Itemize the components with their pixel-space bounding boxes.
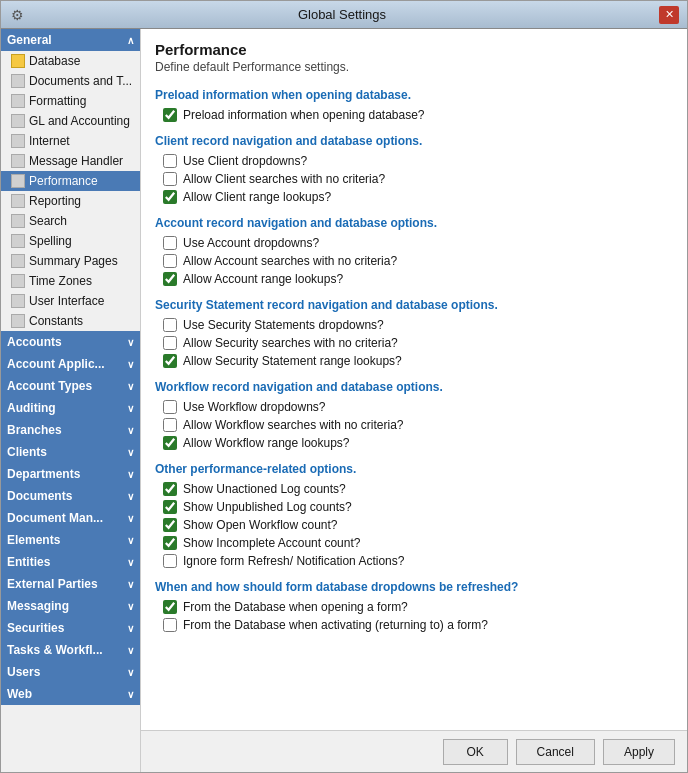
sidebar-group-account-applic-chevron: ∨ xyxy=(127,359,134,370)
sidebar-group-documents-label: Documents xyxy=(7,489,72,503)
sidebar-group-web-label: Web xyxy=(7,687,32,701)
sidebar-item-database-label: Database xyxy=(29,54,80,68)
checkbox-preload-db[interactable] xyxy=(163,108,177,122)
checkbox-preload-db-label: Preload information when opening databas… xyxy=(183,108,425,122)
reporting-icon xyxy=(11,194,25,208)
sidebar-item-timezones[interactable]: Time Zones xyxy=(1,271,140,291)
sidebar-group-external[interactable]: External Parties ∨ xyxy=(1,573,140,595)
sidebar-group-web[interactable]: Web ∨ xyxy=(1,683,140,705)
sidebar-item-formatting[interactable]: Formatting xyxy=(1,91,140,111)
sidebar-item-performance[interactable]: Performance xyxy=(1,171,140,191)
checkbox-row-ignore-refresh: Ignore form Refresh/ Notification Action… xyxy=(163,554,673,568)
checkbox-incomplete-account[interactable] xyxy=(163,536,177,550)
sidebar-group-document-man-chevron: ∨ xyxy=(127,513,134,524)
main-content: Performance Define default Performance s… xyxy=(141,29,687,730)
sidebar-group-branches-label: Branches xyxy=(7,423,62,437)
sidebar-item-message[interactable]: Message Handler xyxy=(1,151,140,171)
sidebar-item-reporting[interactable]: Reporting xyxy=(1,191,140,211)
checkbox-row-account-dropdowns: Use Account dropdowns? xyxy=(163,236,673,250)
sidebar-item-spelling-label: Spelling xyxy=(29,234,72,248)
app-icon: ⚙ xyxy=(9,7,25,23)
checkbox-security-no-criteria[interactable] xyxy=(163,336,177,350)
sidebar-group-accounts[interactable]: Accounts ∨ xyxy=(1,331,140,353)
checkbox-workflow-dropdowns[interactable] xyxy=(163,400,177,414)
checkbox-account-dropdowns[interactable] xyxy=(163,236,177,250)
sidebar-group-entities[interactable]: Entities ∨ xyxy=(1,551,140,573)
sidebar-group-securities[interactable]: Securities ∨ xyxy=(1,617,140,639)
gl-icon xyxy=(11,114,25,128)
sidebar-group-account-applic[interactable]: Account Applic... ∨ xyxy=(1,353,140,375)
checkbox-security-range[interactable] xyxy=(163,354,177,368)
sidebar-item-search[interactable]: Search xyxy=(1,211,140,231)
sidebar-group-messaging[interactable]: Messaging ∨ xyxy=(1,595,140,617)
checkbox-ignore-refresh-label: Ignore form Refresh/ Notification Action… xyxy=(183,554,404,568)
sidebar-group-messaging-chevron: ∨ xyxy=(127,601,134,612)
sidebar-item-constants-label: Constants xyxy=(29,314,83,328)
main-panel: Performance Define default Performance s… xyxy=(141,29,687,772)
checkbox-unactioned-log[interactable] xyxy=(163,482,177,496)
checkbox-account-no-criteria[interactable] xyxy=(163,254,177,268)
sidebar-group-account-types[interactable]: Account Types ∨ xyxy=(1,375,140,397)
checkbox-open-workflow[interactable] xyxy=(163,518,177,532)
checkbox-workflow-dropdowns-label: Use Workflow dropdowns? xyxy=(183,400,326,414)
sidebar-group-general[interactable]: General ∧ xyxy=(1,29,140,51)
database-icon xyxy=(11,54,25,68)
checkbox-unpublished-log[interactable] xyxy=(163,500,177,514)
sidebar-item-documents[interactable]: Documents and T... xyxy=(1,71,140,91)
sidebar-item-search-label: Search xyxy=(29,214,67,228)
sidebar-group-document-man-label: Document Man... xyxy=(7,511,103,525)
checkbox-security-dropdowns[interactable] xyxy=(163,318,177,332)
sidebar-item-summary[interactable]: Summary Pages xyxy=(1,251,140,271)
sidebar-item-ui[interactable]: User Interface xyxy=(1,291,140,311)
sidebar-item-timezones-label: Time Zones xyxy=(29,274,92,288)
checkbox-from-db-opening-label: From the Database when opening a form? xyxy=(183,600,408,614)
sidebar-group-clients[interactable]: Clients ∨ xyxy=(1,441,140,463)
apply-button[interactable]: Apply xyxy=(603,739,675,765)
ui-icon xyxy=(11,294,25,308)
sidebar-item-database[interactable]: Database xyxy=(1,51,140,71)
cancel-button[interactable]: Cancel xyxy=(516,739,595,765)
checkbox-ignore-refresh[interactable] xyxy=(163,554,177,568)
sidebar-group-clients-label: Clients xyxy=(7,445,47,459)
checkbox-client-dropdowns-label: Use Client dropdowns? xyxy=(183,154,307,168)
sidebar-group-users[interactable]: Users ∨ xyxy=(1,661,140,683)
sidebar-group-auditing[interactable]: Auditing ∨ xyxy=(1,397,140,419)
timezones-icon xyxy=(11,274,25,288)
checkbox-workflow-range[interactable] xyxy=(163,436,177,450)
sidebar-group-general-chevron: ∧ xyxy=(127,35,134,46)
close-button[interactable]: ✕ xyxy=(659,6,679,24)
checkbox-client-range[interactable] xyxy=(163,190,177,204)
window-title: Global Settings xyxy=(25,7,659,22)
sidebar-group-documents[interactable]: Documents ∨ xyxy=(1,485,140,507)
sidebar-group-auditing-label: Auditing xyxy=(7,401,56,415)
sidebar-group-branches-chevron: ∨ xyxy=(127,425,134,436)
sidebar-item-constants[interactable]: Constants xyxy=(1,311,140,331)
sidebar-item-internet[interactable]: Internet xyxy=(1,131,140,151)
sidebar-group-auditing-chevron: ∨ xyxy=(127,403,134,414)
sidebar-group-users-label: Users xyxy=(7,665,40,679)
checkbox-row-open-workflow: Show Open Workflow count? xyxy=(163,518,673,532)
checkbox-client-dropdowns[interactable] xyxy=(163,154,177,168)
sidebar-item-spelling[interactable]: Spelling xyxy=(1,231,140,251)
sidebar-group-elements[interactable]: Elements ∨ xyxy=(1,529,140,551)
sidebar-item-formatting-label: Formatting xyxy=(29,94,86,108)
checkbox-row-account-no-criteria: Allow Account searches with no criteria? xyxy=(163,254,673,268)
checkbox-account-range-label: Allow Account range lookups? xyxy=(183,272,343,286)
checkbox-from-db-activating[interactable] xyxy=(163,618,177,632)
checkbox-account-range[interactable] xyxy=(163,272,177,286)
checkbox-client-no-criteria[interactable] xyxy=(163,172,177,186)
checkbox-unpublished-log-label: Show Unpublished Log counts? xyxy=(183,500,352,514)
sidebar-group-document-man[interactable]: Document Man... ∨ xyxy=(1,507,140,529)
checkbox-row-client-range: Allow Client range lookups? xyxy=(163,190,673,204)
sidebar-group-entities-chevron: ∨ xyxy=(127,557,134,568)
sidebar-group-account-applic-label: Account Applic... xyxy=(7,357,105,371)
sidebar: General ∧ Database Documents and T... Fo… xyxy=(1,29,141,772)
sidebar-group-departments[interactable]: Departments ∨ xyxy=(1,463,140,485)
sidebar-group-tasks[interactable]: Tasks & Workfl... ∨ xyxy=(1,639,140,661)
checkbox-from-db-opening[interactable] xyxy=(163,600,177,614)
sidebar-item-gl[interactable]: GL and Accounting xyxy=(1,111,140,131)
ok-button[interactable]: OK xyxy=(443,739,508,765)
checkbox-row-workflow-no-criteria: Allow Workflow searches with no criteria… xyxy=(163,418,673,432)
sidebar-group-branches[interactable]: Branches ∨ xyxy=(1,419,140,441)
checkbox-workflow-no-criteria[interactable] xyxy=(163,418,177,432)
